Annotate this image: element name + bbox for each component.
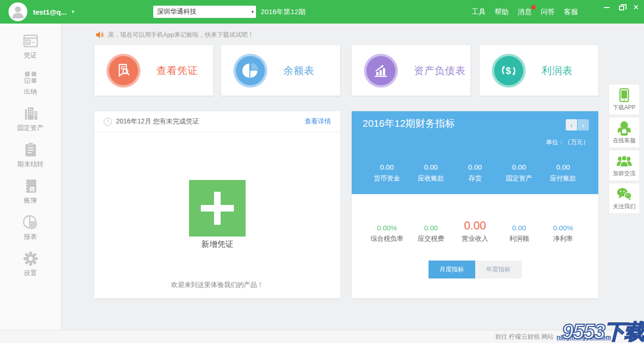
- chevron-right-icon: ›: [582, 121, 585, 129]
- notice-bar: 亲，现在可以用手机App来记账啦，快来下载试试吧！: [96, 30, 254, 40]
- app-window: test1@q... ▼ 深圳华通科技 ▾ 2016年第12期 工具 帮助 消息…: [0, 0, 644, 343]
- menu-tools[interactable]: 工具: [471, 8, 486, 16]
- company-select[interactable]: 深圳华通科技 ▾: [153, 6, 256, 18]
- stat-label: 应付账款: [550, 174, 576, 183]
- stat-label: 应交税费: [418, 235, 444, 243]
- menu-help[interactable]: 帮助: [495, 8, 509, 16]
- minimize-button[interactable]: [602, 3, 612, 12]
- tab-monthly-indicators[interactable]: 月度指标: [429, 261, 475, 278]
- sidebar-item-label: 账簿: [24, 196, 37, 205]
- balance-sheet-icon-ring: [233, 54, 267, 88]
- sidebar-item-label: 凭证: [24, 51, 37, 60]
- topbar: test1@q... ▼ 深圳华通科技 ▾ 2016年第12期 工具 帮助 消息…: [0, 0, 644, 24]
- view-details-link[interactable]: 查看详情: [305, 117, 331, 126]
- card-label: 资产负债表: [414, 64, 466, 77]
- stat-value: 0.00%: [377, 224, 397, 232]
- tab-yearly-indicators[interactable]: 年度指标: [475, 261, 522, 278]
- card-view-voucher[interactable]: 查看凭证: [94, 45, 213, 96]
- white-stats-row: 0.00% 综合税负率 0.00 应交税费 0.00 营业收入 0.00 利润额…: [352, 216, 598, 243]
- plus-icon: [214, 192, 221, 225]
- assets-liabilities-icon: [366, 56, 396, 85]
- sidebar-item-label: 设置: [24, 269, 37, 278]
- card-assets-liabilities[interactable]: 资产负债表: [352, 45, 471, 96]
- card-profit[interactable]: $ 利润表: [479, 45, 598, 96]
- menu-support[interactable]: 客服: [564, 8, 578, 16]
- reports-icon: [23, 214, 38, 230]
- svg-text:$: $: [27, 41, 29, 45]
- maximize-button[interactable]: [616, 3, 627, 12]
- stat-label: 综合税负率: [371, 235, 404, 243]
- card-balance-sheet[interactable]: 余额表: [221, 45, 340, 96]
- float-online-service[interactable]: 在线客服: [609, 117, 640, 148]
- period-label: 2016年第12期: [261, 0, 305, 24]
- menu-messages[interactable]: 消息: [518, 8, 532, 16]
- float-group-chat[interactable]: 加群交流: [609, 150, 640, 181]
- card-label: 查看凭证: [157, 64, 198, 77]
- card-label: 余额表: [283, 64, 314, 77]
- sidebar-item-reports[interactable]: 报表: [0, 210, 61, 246]
- fixed-assets-icon: [23, 106, 38, 122]
- stat-value: 0.00: [512, 163, 526, 171]
- settings-gear-icon: [23, 251, 38, 267]
- caret-down-icon: ▼: [71, 9, 75, 14]
- ledger-icon: $: [24, 178, 38, 194]
- balance-sheet-icon: [236, 56, 265, 85]
- view-voucher-icon-ring: [107, 54, 140, 88]
- sidebar-item-label: 出纳: [24, 88, 37, 96]
- close-button[interactable]: ✕: [631, 3, 641, 12]
- speaker-icon: [96, 31, 104, 39]
- sidebar-item-fixed-assets[interactable]: 固定资产: [0, 101, 61, 137]
- restore-icon: [619, 6, 624, 10]
- prev-period-button[interactable]: ‹: [566, 119, 577, 131]
- float-follow-us[interactable]: 关注我们: [609, 183, 640, 214]
- blue-stats-row: 0.00 货币资金 0.00 应收账款 0.00 存货 0.00 固定资产 0.…: [352, 163, 598, 183]
- stat-inventory: 0.00 存货: [453, 163, 497, 183]
- stat-monetary-funds: 0.00 货币资金: [365, 163, 409, 183]
- stat-value: 0.00%: [553, 224, 573, 232]
- float-download-app[interactable]: 下载APP: [609, 84, 640, 115]
- menu-messages-label: 消息: [518, 8, 532, 16]
- next-period-button[interactable]: ›: [578, 119, 589, 131]
- stat-profit: 0.00 利润额: [497, 216, 541, 243]
- float-item-label: 下载APP: [613, 104, 636, 112]
- follow-us-wechat-icon: [617, 187, 632, 202]
- period-nav: ‹ ›: [566, 119, 589, 131]
- download-app-icon: [619, 88, 629, 103]
- stat-label: 营业收入: [462, 235, 488, 243]
- menu-qa[interactable]: 问答: [541, 8, 555, 16]
- select-caret-icon: ▾: [251, 6, 254, 18]
- svg-text:$: $: [506, 65, 511, 76]
- sidebar-item-period-end[interactable]: 期末结转: [0, 137, 61, 173]
- avatar[interactable]: [8, 2, 27, 21]
- sidebar-item-cashier[interactable]: ¥ 出纳: [0, 65, 61, 101]
- stat-value: 0.00: [468, 163, 482, 171]
- period-end-icon: [24, 142, 37, 158]
- company-select-value: 深圳华通科技: [157, 8, 197, 16]
- stat-value: 0.00: [464, 220, 486, 232]
- stat-label: 净利率: [553, 235, 573, 243]
- stat-receivables: 0.00 应收账款: [409, 163, 453, 183]
- welcome-text: 欢迎来到这里体验我们的产品！: [94, 281, 340, 289]
- notice-text: 亲，现在可以用手机App来记账啦，快来下载试试吧！: [108, 31, 254, 39]
- cashier-icon: ¥: [24, 69, 38, 85]
- stat-value: 0.00: [424, 163, 438, 171]
- add-voucher-button[interactable]: [189, 180, 246, 237]
- stat-label: 存货: [469, 174, 482, 183]
- sidebar-item-ledger[interactable]: $ 账簿: [0, 173, 61, 210]
- footer-site-link[interactable]: ningmengyun.com: [556, 334, 611, 341]
- close-icon: ✕: [633, 4, 639, 11]
- chevron-left-icon: ‹: [570, 121, 573, 129]
- sidebar-item-voucher[interactable]: $ 凭证: [0, 28, 61, 65]
- svg-text:¥: ¥: [26, 79, 28, 83]
- stat-value: 0.00: [512, 224, 526, 232]
- indicators-blue-section: 2016年12期财务指标 ‹ › 单位：（万元） 0.00 货币资金 0.00 …: [352, 111, 598, 194]
- user-menu[interactable]: test1@q... ▼: [33, 0, 75, 24]
- stat-operating-income: 0.00 营业收入: [453, 216, 497, 243]
- sidebar-item-settings[interactable]: 设置: [0, 246, 61, 282]
- info-icon: !: [104, 118, 112, 126]
- voucher-panel-header: ! 2016年12月 您有未完成凭证 查看详情: [94, 111, 340, 132]
- sidebar-item-label: 期末结转: [17, 160, 44, 169]
- stat-label: 利润额: [509, 235, 529, 243]
- float-item-label: 关注我们: [613, 203, 636, 211]
- stat-tax-burden-rate: 0.00% 综合税负率: [365, 216, 409, 243]
